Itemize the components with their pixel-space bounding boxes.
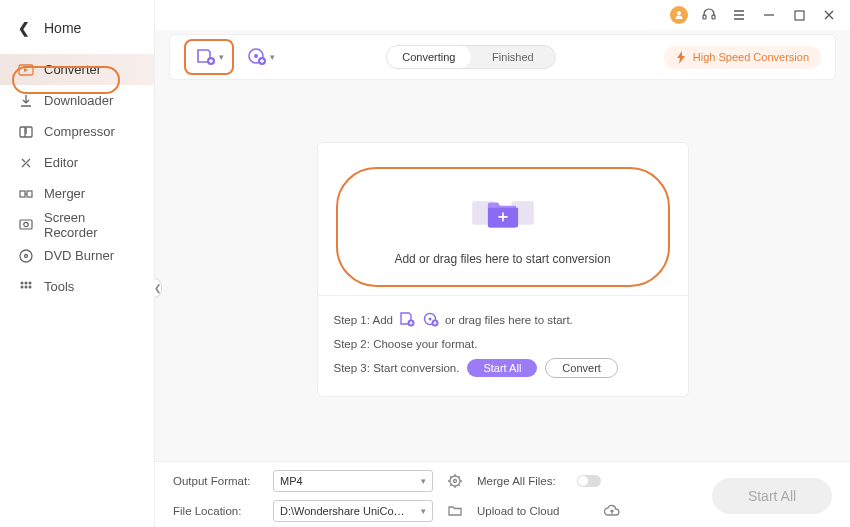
svg-rect-2 — [20, 191, 25, 197]
chevron-down-icon: ▾ — [219, 52, 224, 62]
sidebar-item-label: DVD Burner — [44, 248, 114, 263]
sidebar-item-label: Compressor — [44, 124, 115, 139]
downloader-icon — [18, 93, 34, 109]
sidebar-item-label: Converter — [44, 62, 101, 77]
sidebar-item-converter[interactable]: Converter — [0, 54, 154, 85]
sidebar-item-label: Merger — [44, 186, 85, 201]
output-format-select[interactable]: MP4 ▾ — [273, 470, 433, 492]
output-format-label: Output Format: — [173, 475, 263, 487]
sidebar-item-merger[interactable]: Merger — [0, 178, 154, 209]
support-icon[interactable] — [700, 6, 718, 24]
add-file-icon — [195, 47, 217, 67]
svg-point-29 — [454, 480, 457, 483]
footer-bar: Output Format: MP4 ▾ Merge All Files: Fi… — [155, 461, 850, 527]
output-format-value: MP4 — [280, 475, 303, 487]
top-toolbar: ▾ ▾ Converting Finished High Speed Conve… — [169, 34, 836, 80]
svg-rect-3 — [27, 191, 32, 197]
sidebar-item-tools[interactable]: Tools — [0, 271, 154, 302]
compressor-icon — [18, 124, 34, 140]
step-1-pre: Step 1: Add — [334, 314, 393, 326]
sidebar-item-compressor[interactable]: Compressor — [0, 116, 154, 147]
merger-icon — [18, 186, 34, 202]
add-dvd-button[interactable]: ▾ — [242, 39, 278, 75]
svg-rect-17 — [795, 11, 804, 20]
svg-point-12 — [25, 285, 28, 288]
sidebar-item-label: Downloader — [44, 93, 113, 108]
upload-label: Upload to Cloud — [477, 505, 567, 517]
start-all-button[interactable]: Start All — [712, 478, 832, 514]
merge-toggle[interactable] — [577, 475, 601, 487]
minimize-icon[interactable] — [760, 6, 778, 24]
dvd-burner-icon — [18, 248, 34, 264]
content-area: Add or drag files here to start conversi… — [155, 80, 850, 461]
chevron-down-icon: ▾ — [270, 52, 275, 62]
menu-icon[interactable] — [730, 6, 748, 24]
tab-finished[interactable]: Finished — [471, 46, 555, 68]
tools-icon — [18, 279, 34, 295]
settings-icon[interactable] — [443, 473, 467, 489]
svg-point-26 — [428, 318, 431, 321]
svg-point-13 — [29, 285, 32, 288]
titlebar — [155, 0, 850, 30]
file-location-value: D:\Wondershare UniConverter 1 — [280, 505, 410, 517]
sidebar-item-label: Screen Recorder — [44, 210, 136, 240]
svg-point-7 — [25, 254, 28, 257]
dvd-icon[interactable] — [422, 311, 440, 329]
step-1-post: or drag files here to start. — [445, 314, 573, 326]
sidebar-item-dvd-burner[interactable]: DVD Burner — [0, 240, 154, 271]
svg-point-10 — [29, 281, 32, 284]
svg-rect-15 — [703, 15, 706, 19]
svg-point-20 — [254, 54, 258, 58]
high-speed-badge[interactable]: High Speed Conversion — [664, 46, 821, 69]
add-file-icon[interactable] — [398, 311, 416, 329]
chevron-down-icon: ▾ — [421, 476, 426, 486]
convert-pill[interactable]: Convert — [545, 358, 618, 378]
sidebar: ❮ Home Converter Downloader Compressor E… — [0, 0, 155, 527]
sidebar-item-screen-recorder[interactable]: Screen Recorder — [0, 209, 154, 240]
svg-point-9 — [25, 281, 28, 284]
drop-card: Add or drag files here to start conversi… — [317, 142, 689, 397]
lightning-icon — [676, 51, 687, 64]
chevron-down-icon: ▾ — [421, 506, 426, 516]
folder-add-icon — [467, 188, 539, 238]
svg-rect-16 — [712, 15, 715, 19]
status-tabs: Converting Finished — [386, 45, 556, 69]
steps-panel: Step 1: Add or drag files here to start.… — [318, 295, 688, 396]
svg-point-5 — [24, 222, 28, 226]
dvd-icon — [246, 47, 268, 67]
drop-zone-text: Add or drag files here to start conversi… — [394, 252, 610, 266]
sidebar-item-label: Editor — [44, 155, 78, 170]
step-3-label: Step 3: Start conversion. — [334, 362, 460, 374]
svg-point-11 — [21, 285, 24, 288]
tab-converting[interactable]: Converting — [387, 46, 471, 68]
home-back[interactable]: ❮ Home — [0, 10, 154, 54]
cloud-icon[interactable] — [577, 504, 647, 518]
sidebar-item-editor[interactable]: Editor — [0, 147, 154, 178]
merge-label: Merge All Files: — [477, 475, 567, 487]
step-3: Step 3: Start conversion. Start All Conv… — [334, 356, 672, 380]
home-label: Home — [44, 20, 81, 36]
close-icon[interactable] — [820, 6, 838, 24]
svg-point-8 — [21, 281, 24, 284]
drop-zone[interactable]: Add or drag files here to start conversi… — [336, 167, 670, 287]
step-2: Step 2: Choose your format. — [334, 332, 672, 356]
screen-recorder-icon — [18, 217, 34, 233]
converter-icon — [18, 62, 34, 78]
app-window: ❮ Home Converter Downloader Compressor E… — [0, 0, 850, 527]
file-location-label: File Location: — [173, 505, 263, 517]
back-icon: ❮ — [18, 20, 30, 36]
start-all-pill[interactable]: Start All — [467, 359, 537, 377]
step-1: Step 1: Add or drag files here to start. — [334, 308, 672, 332]
svg-rect-4 — [20, 220, 32, 229]
high-speed-label: High Speed Conversion — [693, 51, 809, 63]
sidebar-item-downloader[interactable]: Downloader — [0, 85, 154, 116]
add-file-button[interactable]: ▾ — [184, 39, 234, 75]
editor-icon — [18, 155, 34, 171]
user-avatar-icon[interactable] — [670, 6, 688, 24]
file-location-select[interactable]: D:\Wondershare UniConverter 1 ▾ — [273, 500, 433, 522]
main-panel: ▾ ▾ Converting Finished High Speed Conve… — [155, 0, 850, 527]
svg-point-14 — [677, 11, 681, 15]
open-folder-icon[interactable] — [443, 503, 467, 519]
maximize-icon[interactable] — [790, 6, 808, 24]
sidebar-item-label: Tools — [44, 279, 74, 294]
